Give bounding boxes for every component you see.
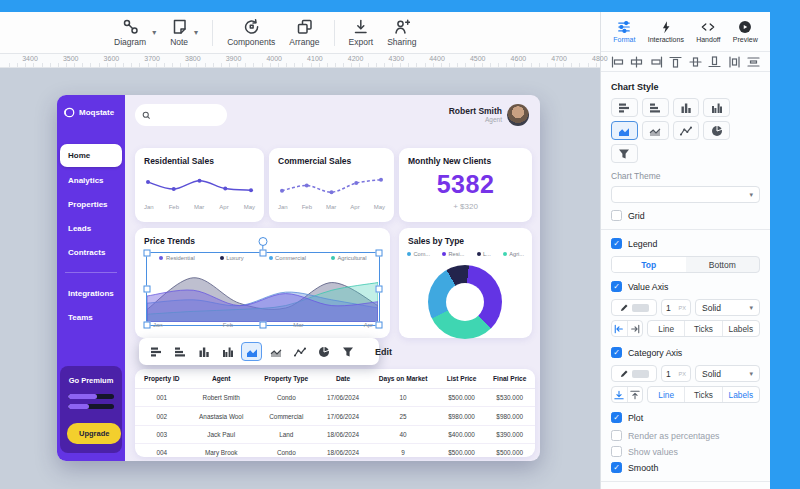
- design-canvas[interactable]: Moqstate HomeAnalyticsPropertiesLeadsCon…: [0, 68, 600, 489]
- selection-handle[interactable]: [376, 322, 383, 329]
- chart-type-col-1[interactable]: [673, 98, 700, 117]
- chart-type-col-2[interactable]: [703, 98, 730, 117]
- plot-checkbox[interactable]: ✓Plot: [611, 412, 760, 423]
- sidebar-item-analytics[interactable]: Analytics: [60, 170, 122, 191]
- chart-type-pie[interactable]: [313, 342, 334, 361]
- price-trends-card[interactable]: Price Trends ResidentialLuxuryCommercial…: [135, 228, 390, 338]
- chart-type-area-1[interactable]: [241, 342, 262, 361]
- toolbar-button-components[interactable]: Components: [227, 18, 275, 47]
- chart-type-line[interactable]: [289, 342, 310, 361]
- plot-option-0[interactable]: Render as percentages: [611, 430, 760, 441]
- edit-button[interactable]: Edit: [370, 347, 397, 357]
- chart-type-funnel[interactable]: [337, 342, 358, 361]
- selection-handle[interactable]: [144, 250, 151, 257]
- axis-button-labels[interactable]: Labels: [722, 387, 759, 402]
- chevron-down-icon[interactable]: ▾: [194, 28, 198, 37]
- category-axis-style-select[interactable]: Solid▾: [695, 365, 760, 382]
- axis-button-ticks[interactable]: Ticks: [684, 321, 721, 336]
- selection-handle[interactable]: [144, 322, 151, 329]
- toolbar-button-export[interactable]: Export: [349, 18, 374, 47]
- category-axis-checkbox[interactable]: ✓Category Axis: [611, 347, 760, 358]
- avatar[interactable]: [507, 104, 529, 126]
- checkbox[interactable]: ✓: [611, 238, 622, 249]
- sidebar-item-home[interactable]: Home: [60, 144, 122, 167]
- plot-option-2[interactable]: ✓Smooth: [611, 462, 760, 473]
- plot-option-1[interactable]: Show values: [611, 446, 760, 457]
- axis-button-ticks[interactable]: Ticks: [684, 387, 721, 402]
- design-sidebar[interactable]: Moqstate HomeAnalyticsPropertiesLeadsCon…: [57, 95, 125, 461]
- category-axis-width-input[interactable]: 1PX: [661, 365, 691, 382]
- align-top-icon[interactable]: [669, 56, 682, 68]
- checkbox[interactable]: ✓: [611, 347, 622, 358]
- toolbar-button-sharing[interactable]: Sharing: [387, 18, 416, 47]
- checkbox[interactable]: [611, 446, 622, 457]
- sidebar-item-properties[interactable]: Properties: [60, 194, 122, 215]
- checkbox[interactable]: [611, 430, 622, 441]
- toolbar-button-note[interactable]: Note: [170, 18, 188, 47]
- selection-handle[interactable]: [260, 322, 267, 329]
- selection-handle[interactable]: [376, 250, 383, 257]
- rotation-handle[interactable]: [259, 237, 268, 246]
- dashboard-design[interactable]: Moqstate HomeAnalyticsPropertiesLeadsCon…: [57, 95, 540, 461]
- legend-position-bottom[interactable]: Bottom: [686, 257, 760, 272]
- chart-type-area-1[interactable]: [611, 121, 638, 140]
- panel-tab-handoff[interactable]: Handoff: [696, 20, 720, 43]
- selection-handle[interactable]: [260, 250, 267, 257]
- chart-theme-select[interactable]: ▾: [611, 186, 760, 203]
- axis-button-line[interactable]: Line: [648, 321, 684, 336]
- align-right-icon[interactable]: [650, 56, 663, 68]
- chart-type-line[interactable]: [673, 121, 700, 140]
- selection-handle[interactable]: [376, 286, 383, 293]
- sales-by-type-card[interactable]: Sales by Type Com...Resi...L...Agri...: [399, 228, 532, 338]
- search-bar[interactable]: [135, 104, 227, 126]
- distribute-v-icon[interactable]: [747, 56, 760, 68]
- grid-checkbox[interactable]: Grid: [611, 210, 760, 221]
- residential-sales-card[interactable]: Residential Sales JanFebMarAprMay: [135, 148, 264, 222]
- selection-handle[interactable]: [144, 286, 151, 293]
- panel-tab-interactions[interactable]: Interactions: [648, 20, 684, 43]
- chevron-down-icon[interactable]: ▾: [152, 28, 156, 37]
- chart-type-bar-h-1[interactable]: [145, 342, 166, 361]
- chart-type-col-1[interactable]: [193, 342, 214, 361]
- checkbox[interactable]: ✓: [611, 412, 622, 423]
- sidebar-item-teams[interactable]: Teams: [60, 307, 122, 328]
- value-axis-style-select[interactable]: Solid▾: [695, 299, 760, 316]
- panel-tab-format[interactable]: Format: [613, 20, 635, 43]
- checkbox[interactable]: ✓: [611, 281, 622, 292]
- chart-type-bar-h-2[interactable]: [169, 342, 190, 361]
- axis-align-end-icon[interactable]: [627, 321, 643, 336]
- checkbox[interactable]: [611, 210, 622, 221]
- toolbar-button-diagram[interactable]: Diagram: [114, 18, 146, 47]
- commercial-sales-card[interactable]: Commercial Sales JanFebMarAprMay: [269, 148, 394, 222]
- properties-table-card[interactable]: Property IDAgentProperty TypeDateDays on…: [135, 369, 535, 457]
- value-axis-stroke-color[interactable]: [611, 299, 657, 316]
- user-block[interactable]: Robert Smith Agent: [449, 106, 502, 123]
- axis-align-bottom-icon[interactable]: [612, 387, 627, 402]
- category-axis-stroke-color[interactable]: [611, 365, 657, 382]
- chart-type-area-2[interactable]: [642, 121, 669, 140]
- distribute-h-icon[interactable]: [728, 56, 741, 68]
- axis-align-start-icon[interactable]: [612, 321, 627, 336]
- legend-checkbox[interactable]: ✓Legend: [611, 238, 760, 249]
- chart-type-bar-h-2[interactable]: [642, 98, 669, 117]
- axis-align-top-icon[interactable]: [627, 387, 643, 402]
- panel-tab-preview[interactable]: Preview: [733, 20, 758, 43]
- toolbar-button-arrange[interactable]: Arrange: [289, 18, 319, 47]
- upgrade-button[interactable]: Upgrade: [67, 423, 121, 444]
- align-left-icon[interactable]: [611, 56, 624, 68]
- monthly-new-clients-card[interactable]: Monthly New Clients 5382 + $320: [399, 148, 532, 222]
- align-bottom-icon[interactable]: [708, 56, 721, 68]
- align-center-h-icon[interactable]: [630, 56, 643, 68]
- value-axis-checkbox[interactable]: ✓Value Axis: [611, 281, 760, 292]
- chart-type-pie[interactable]: [703, 121, 730, 140]
- sidebar-item-leads[interactable]: Leads: [60, 218, 122, 239]
- chart-selection-frame[interactable]: ResidentialLuxuryCommercialAgricultural …: [146, 252, 380, 326]
- search-input[interactable]: [155, 110, 215, 121]
- sidebar-item-integrations[interactable]: Integrations: [60, 283, 122, 304]
- legend-position-top[interactable]: Top: [612, 257, 686, 272]
- sidebar-item-contracts[interactable]: Contracts: [60, 242, 122, 263]
- checkbox[interactable]: ✓: [611, 462, 622, 473]
- axis-button-labels[interactable]: Labels: [722, 321, 759, 336]
- value-axis-width-input[interactable]: 1PX: [661, 299, 691, 316]
- chart-type-bar-h-1[interactable]: [611, 98, 638, 117]
